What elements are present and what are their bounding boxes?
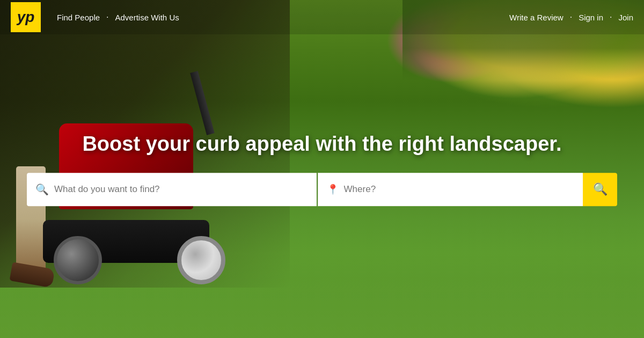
hero-content: Boost your curb appeal with the right la…	[0, 132, 644, 206]
search-what-input[interactable]	[54, 184, 308, 195]
hero-title: Boost your curb appeal with the right la…	[11, 132, 633, 157]
search-where-input[interactable]	[344, 184, 574, 195]
logo-text: yp	[17, 10, 35, 25]
search-what-container: 🔍	[27, 173, 317, 206]
logo[interactable]: yp	[11, 2, 41, 32]
mower-wheel-right	[177, 236, 225, 284]
nav-join[interactable]: Join	[618, 13, 633, 22]
nav-dot-2: ·	[570, 12, 572, 22]
mower-wheel-left	[54, 236, 102, 284]
location-icon: 📍	[327, 183, 339, 195]
nav-advertise[interactable]: Advertise With Us	[115, 13, 179, 22]
nav-dot-1: ·	[106, 12, 108, 22]
nav-links: Find People · Advertise With Us	[57, 12, 509, 22]
search-button-icon: 🔍	[593, 182, 608, 196]
nav-dot-3: ·	[610, 12, 612, 22]
search-where-container: 📍	[318, 173, 583, 206]
search-bar: 🔍 📍 🔍	[27, 173, 617, 206]
navbar: yp Find People · Advertise With Us Write…	[0, 0, 644, 34]
search-icon: 🔍	[35, 183, 49, 196]
nav-sign-in[interactable]: Sign in	[579, 13, 603, 22]
nav-find-people[interactable]: Find People	[57, 13, 100, 22]
search-button[interactable]: 🔍	[583, 173, 617, 206]
nav-right: Write a Review · Sign in · Join	[509, 12, 633, 22]
nav-write-review[interactable]: Write a Review	[509, 13, 564, 22]
